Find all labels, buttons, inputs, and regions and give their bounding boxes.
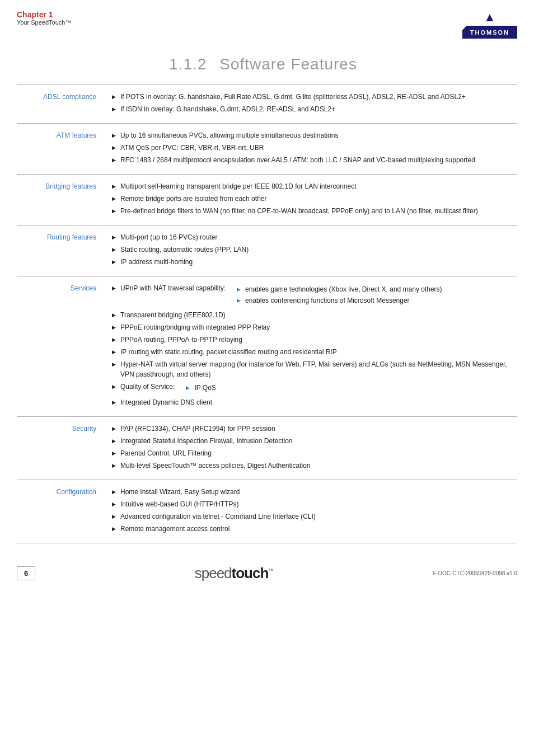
list-item: ▶Up to 16 simultaneous PVCs, allowing mu… [112, 130, 517, 140]
bullet-list-bridging: ▶Multiport self-learning transparent bri… [112, 181, 517, 216]
list-item-text: IP routing with static routing, packet c… [120, 347, 337, 357]
bullet-arrow: ▶ [112, 324, 116, 332]
list-item-text: Hyper-NAT with virtual server mapping (f… [120, 359, 517, 379]
feature-row-adsl: ADSL compliance▶If POTS in overlay: G. h… [17, 85, 517, 124]
page-number: 6 [17, 566, 35, 580]
main-content: ADSL compliance▶If POTS in overlay: G. h… [0, 84, 534, 543]
bullet-arrow: ▶ [112, 183, 116, 191]
list-item-text: RFC 1483 / 2684 multiprotocol encapsulat… [120, 155, 475, 165]
feature-content-routing: ▶Multi-port (up to 16 PVCs) router▶Stati… [106, 226, 517, 276]
sub-bullet-arrow: ▶ [186, 384, 190, 392]
bullet-arrow: ▶ [112, 312, 116, 320]
bullet-arrow: ▶ [112, 93, 116, 101]
sub-list-item: ▶enables game technologies (Xbox live, D… [237, 284, 442, 294]
list-item-text: Transparent bridging (IEEE802.1D) [120, 310, 226, 320]
list-item-text: Integrated Stateful Inspection Firewall,… [120, 436, 293, 446]
list-item-text: Static routing, automatic routes (PPP, L… [120, 245, 249, 255]
sub-list-item: ▶enables conferencing functions of Micro… [237, 295, 442, 306]
page-title-number: 1.1.2 [169, 55, 207, 73]
page-title: 1.1.2 Software Features [0, 55, 534, 73]
list-item: ▶Multiport self-learning transparent bri… [112, 181, 517, 191]
list-item: ▶Remote bridge ports are isolated from e… [112, 194, 517, 204]
feature-label-atm: ATM features [17, 124, 106, 175]
chapter-subtitle: Your SpeedTouch™ [17, 19, 71, 26]
sub-list-item-text: IP QoS [194, 383, 216, 393]
list-item: ▶Remote management access control [112, 524, 517, 534]
feature-row-configuration: Configuration▶Home Install Wizard, Easy … [17, 480, 517, 543]
feature-row-atm: ATM features▶Up to 16 simultaneous PVCs,… [17, 124, 517, 175]
list-item-text: Advanced configuration via telnet - Comm… [120, 511, 316, 522]
feature-label-bridging: Bridging features [17, 175, 106, 226]
thomson-logo: ▲ THOMSON [462, 10, 517, 39]
feature-label-adsl: ADSL compliance [17, 85, 106, 124]
sub-bullet-list: ▶IP QoS [186, 383, 216, 394]
logo-bold: touch [232, 565, 269, 581]
feature-content-bridging: ▶Multiport self-learning transparent bri… [106, 175, 517, 226]
list-item-text: Multi-level SpeedTouch™ access policies,… [120, 461, 311, 471]
list-item: ▶Parental Control, URL Filtering [112, 448, 517, 458]
bullet-arrow: ▶ [112, 106, 116, 114]
list-item: ▶Home Install Wizard, Easy Setup wizard [112, 487, 517, 497]
bullet-arrow: ▶ [112, 234, 116, 242]
chapter-title: Chapter 1 [17, 10, 71, 19]
list-item-text: Integrated Dynamic DNS client [120, 397, 212, 407]
bullet-arrow: ▶ [112, 132, 116, 140]
speedtouch-logo: speedtouch™ [195, 565, 274, 582]
list-item-text: IP address multi-homing [120, 257, 193, 267]
list-item-text: If POTS in overlay: G. handshake, Full R… [120, 92, 466, 102]
list-item: ▶Integrated Stateful Inspection Firewall… [112, 436, 517, 446]
feature-row-routing: Routing features▶Multi-port (up to 16 PV… [17, 226, 517, 276]
list-item: ▶Intuitive web-based GUI (HTTP/HTTPs) [112, 499, 517, 509]
bullet-arrow: ▶ [112, 383, 116, 391]
list-item-text: PAP (RFC1334), CHAP (RFC1994) for PPP se… [120, 424, 275, 434]
feature-table: ADSL compliance▶If POTS in overlay: G. h… [17, 84, 517, 543]
list-item-text: Quality of Service: [120, 382, 175, 392]
bullet-arrow: ▶ [112, 349, 116, 356]
list-item: ▶Quality of Service:▶IP QoS [112, 382, 517, 395]
list-item: ▶PPPoA routing, PPPoA-to-PPTP relaying [112, 335, 517, 345]
bullet-arrow: ▶ [112, 361, 116, 369]
bullet-arrow: ▶ [112, 144, 116, 152]
list-item: ▶PPPoE routing/bridging with integrated … [112, 322, 517, 332]
logo-text: speed [195, 565, 232, 581]
list-item-text: If ISDN in overlay: G.handshake, G.dmt, … [120, 104, 335, 114]
doc-number: E-DOC-CTC-20050429-0098 v1.0 [433, 570, 517, 576]
logo-tm: ™ [268, 567, 273, 574]
list-item: ▶ATM QoS per PVC: CBR, VBR-rt, VBR-nrt, … [112, 143, 517, 153]
feature-label-services: Services [17, 276, 106, 417]
list-item-text: Home Install Wizard, Easy Setup wizard [120, 487, 240, 497]
list-item-text: Multiport self-learning transparent brid… [120, 181, 357, 191]
list-item: ▶UPnP with NAT traversal capability:▶ena… [112, 283, 517, 308]
bullet-arrow: ▶ [112, 246, 116, 254]
sub-bullet-list: ▶enables game technologies (Xbox live, D… [237, 284, 442, 307]
bullet-arrow: ▶ [112, 501, 116, 509]
sub-list-item-text: enables game technologies (Xbox live, Di… [245, 284, 442, 294]
feature-content-adsl: ▶If POTS in overlay: G. handshake, Full … [106, 85, 517, 124]
list-item-text: Multi-port (up to 16 PVCs) router [120, 232, 217, 242]
bullet-list-services: ▶UPnP with NAT traversal capability:▶ena… [112, 283, 517, 407]
feature-content-atm: ▶Up to 16 simultaneous PVCs, allowing mu… [106, 124, 517, 175]
list-item: ▶If POTS in overlay: G. handshake, Full … [112, 92, 517, 102]
feature-row-bridging: Bridging features▶Multiport self-learnin… [17, 175, 517, 226]
list-item: ▶Hyper-NAT with virtual server mapping (… [112, 359, 517, 379]
feature-row-services: Services▶UPnP with NAT traversal capabil… [17, 276, 517, 417]
list-item-text: UPnP with NAT traversal capability: [120, 283, 226, 293]
list-item-text: Up to 16 simultaneous PVCs, allowing mul… [120, 130, 339, 140]
list-item: ▶Integrated Dynamic DNS client [112, 397, 517, 407]
bullet-list-routing: ▶Multi-port (up to 16 PVCs) router▶Stati… [112, 232, 517, 267]
bullet-arrow: ▶ [112, 399, 116, 407]
list-item: ▶RFC 1483 / 2684 multiprotocol encapsula… [112, 155, 517, 165]
bullet-arrow: ▶ [112, 285, 116, 293]
bullet-arrow: ▶ [112, 157, 116, 165]
bullet-list-atm: ▶Up to 16 simultaneous PVCs, allowing mu… [112, 130, 517, 165]
page-title-text: Software Features [219, 55, 357, 73]
list-item: ▶Pre-defined bridge filters to WAN (no f… [112, 206, 517, 216]
bullet-arrow: ▶ [112, 525, 116, 533]
feature-content-security: ▶PAP (RFC1334), CHAP (RFC1994) for PPP s… [106, 417, 517, 480]
bullet-arrow: ▶ [112, 489, 116, 496]
list-item-text: Intuitive web-based GUI (HTTP/HTTPs) [120, 499, 238, 509]
feature-content-services: ▶UPnP with NAT traversal capability:▶ena… [106, 276, 517, 417]
list-item-text: PPPoE routing/bridging with integrated P… [120, 322, 270, 332]
bullet-arrow: ▶ [112, 259, 116, 266]
list-item: ▶Static routing, automatic routes (PPP, … [112, 245, 517, 255]
